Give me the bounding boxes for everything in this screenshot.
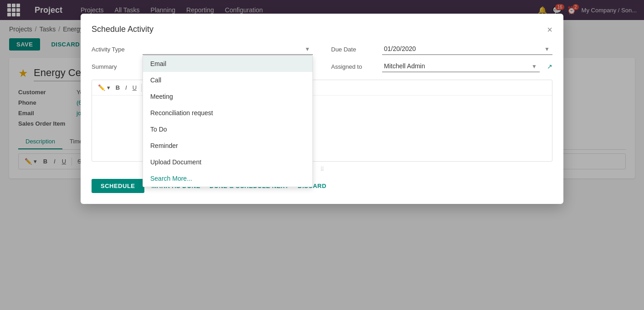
form-right-col: Due Date ▼ Assigned to ▼ ↗ <box>331 43 552 72</box>
schedule-button[interactable]: SCHEDULE <box>92 179 144 193</box>
dropdown-item-meeting[interactable]: Meeting <box>143 88 312 105</box>
activity-type-input-wrap: ▼ Email Call Meeting Reconciliation requ… <box>143 43 313 55</box>
dropdown-item-email[interactable]: Email <box>143 56 312 72</box>
due-date-input[interactable] <box>382 43 552 55</box>
due-date-input-wrap: ▼ <box>382 43 552 55</box>
modal-form-grid: Activity Type ▼ Email Call Meeting Recon… <box>92 43 552 72</box>
activity-type-field: Activity Type ▼ Email Call Meeting Recon… <box>92 43 313 55</box>
note-italic-btn[interactable]: I <box>123 83 129 92</box>
assigned-to-input-wrap: ▼ <box>382 61 540 72</box>
dropdown-item-upload[interactable]: Upload Document <box>143 154 312 170</box>
form-left-col: Activity Type ▼ Email Call Meeting Recon… <box>92 43 313 72</box>
assigned-to-label: Assigned to <box>331 63 377 70</box>
activity-type-label: Activity Type <box>92 46 137 53</box>
modal-close-button[interactable]: × <box>547 25 552 34</box>
summary-label: Summary <box>92 63 137 70</box>
modal-title: Schedule Activity <box>92 25 153 34</box>
dropdown-item-call[interactable]: Call <box>143 72 312 88</box>
schedule-activity-modal: Schedule Activity × Activity Type ▼ Emai… <box>81 14 563 204</box>
note-underline-btn[interactable]: U <box>130 83 139 92</box>
modal-header: Schedule Activity × <box>92 25 552 34</box>
dropdown-item-todo[interactable]: To Do <box>143 121 312 137</box>
assigned-to-ext-link[interactable]: ↗ <box>547 63 552 70</box>
assigned-to-input[interactable] <box>382 61 540 72</box>
note-format-btn[interactable]: ✏️ ▾ <box>96 83 112 92</box>
note-bold-btn[interactable]: B <box>113 83 122 92</box>
dropdown-search-more[interactable]: Search More... <box>143 170 312 187</box>
due-date-field: Due Date ▼ <box>331 43 552 55</box>
due-date-label: Due Date <box>331 46 377 53</box>
assigned-to-field: Assigned to ▼ ↗ <box>331 61 552 72</box>
activity-type-dropdown: Email Call Meeting Reconciliation reques… <box>143 55 313 187</box>
dropdown-item-reminder[interactable]: Reminder <box>143 137 312 154</box>
note-toolbar-sep1 <box>141 84 142 92</box>
modal-overlay[interactable]: Schedule Activity × Activity Type ▼ Emai… <box>0 0 644 310</box>
activity-type-input[interactable] <box>143 43 313 55</box>
dropdown-item-reconciliation[interactable]: Reconciliation request <box>143 105 312 121</box>
